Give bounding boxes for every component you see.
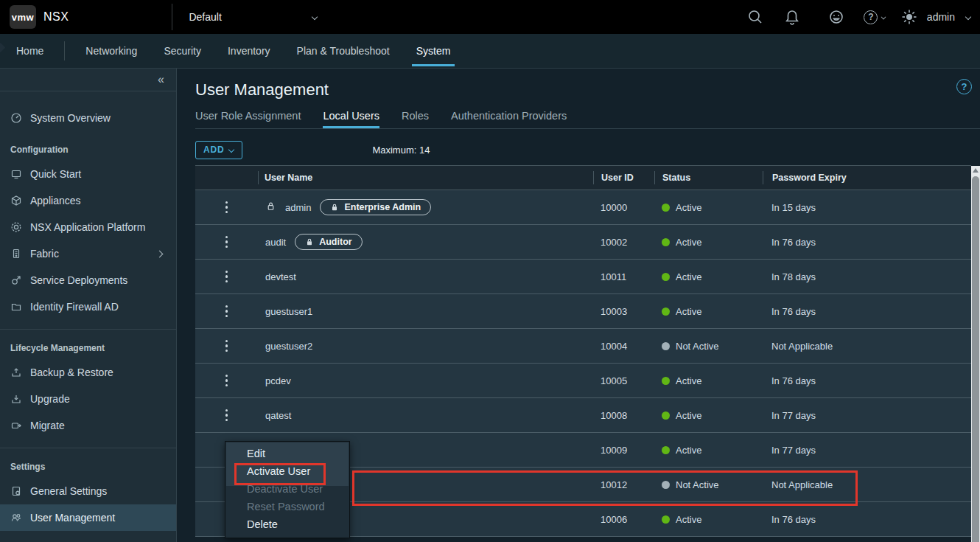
sidebar-item-label: Fabric [30,248,59,260]
sidebar-item-backup-restore[interactable]: Backup & Restore [0,359,176,386]
feedback-button[interactable] [818,9,855,25]
table-row[interactable]: qatest 10008 Active In 77 days [195,398,971,433]
project-selector-value: Default [189,11,221,23]
row-actions-kebab-icon[interactable] [220,233,234,251]
password-expiry: In 76 days [763,514,971,525]
sidebar-item-label: Upgrade [30,393,70,405]
table-row[interactable]: pcdev 10005 Active In 76 days [195,364,971,398]
sidebar-item-appliances[interactable]: Appliances [0,187,176,214]
sidebar-item-service-deployments[interactable]: Service Deployments [0,267,176,293]
vmware-logo: vmw [10,5,36,29]
vertical-scrollbar[interactable] [971,166,980,542]
password-expiry: Not Applicable [763,341,971,352]
sidebar-item-label: Backup & Restore [30,366,113,378]
column-header-status[interactable]: Status [654,171,763,184]
row-actions-kebab-icon[interactable] [220,406,234,425]
status-dot [662,377,670,385]
search-button[interactable] [737,9,774,25]
row-actions-kebab-icon[interactable] [220,337,234,355]
status-dot [662,342,670,350]
page-help-icon[interactable]: ? [956,79,972,94]
rings-icon [10,221,22,233]
deploy-icon [10,274,22,286]
status-dot [662,273,670,281]
theme-toggle-button[interactable] [896,8,923,26]
tab-user-role-assignment[interactable]: User Role Assignment [195,110,301,128]
table-row[interactable]: audit Auditor 10002 Active In 76 days [195,225,971,260]
table-row[interactable]: guestuser2 10004 Not Active Not Applicab… [195,329,971,364]
column-header-password-expiry[interactable]: Password Expiry [763,171,971,184]
row-actions-kebab-icon[interactable] [220,302,234,321]
sidebar-item-label: Identity Firewall AD [30,301,119,313]
user-id: 10008 [593,410,654,421]
status-label: Active [676,237,701,248]
tab-roles[interactable]: Roles [402,110,429,128]
server-icon [10,248,22,260]
migrate-icon [10,420,22,431]
page-title: User Management [177,69,980,100]
sidebar-item-upgrade[interactable]: Upgrade [0,386,176,412]
password-expiry: In 76 days [763,237,971,248]
folder-icon [10,301,22,313]
password-expiry: Not Applicable [763,479,971,490]
row-actions-kebab-icon[interactable] [220,268,234,286]
sidebar-item-label: NSX Application Platform [30,221,145,233]
column-header-user-id[interactable]: User ID [593,171,654,184]
notifications-button[interactable] [774,9,811,25]
user-name: guestuser1 [265,306,312,317]
user-id: 10009 [593,445,654,456]
sidebar-item-label: System Overview [30,112,111,124]
row-actions-kebab-icon[interactable] [220,198,234,217]
menu-item-activate-user[interactable]: Activate User [225,462,349,480]
menu-item-delete[interactable]: Delete [225,515,349,533]
sidebar-section-lifecycle: Lifecycle Management [0,330,176,359]
table-row[interactable]: admin Enterprise Admin 10000 Active In 1… [195,190,971,225]
sidebar-section-configuration: Configuration [0,131,176,161]
table-header-row: User Name User ID Status Password Expiry [195,165,971,190]
row-actions-kebab-icon[interactable] [220,372,234,390]
add-user-button[interactable]: ADD [195,141,242,159]
sidebar-item-fabric[interactable]: Fabric [0,240,176,267]
sidebar-item-quick-start[interactable]: Quick Start [0,161,176,187]
sidebar-item-identity-firewall-ad[interactable]: Identity Firewall AD [0,293,176,320]
sidebar-item-general-settings[interactable]: General Settings [0,478,176,504]
sidebar-item-user-management[interactable]: User Management [0,504,176,531]
nav-item-inventory[interactable]: Inventory [223,34,275,68]
table-row[interactable]: devtest 10011 Active In 78 days [195,260,971,294]
sidebar-item-migrate[interactable]: Migrate [0,412,176,439]
tab-authentication-providers[interactable]: Authentication Providers [451,110,567,128]
table-row[interactable]: guestuser1 10003 Active In 76 days [195,294,971,329]
theme-sun-icon [900,8,918,26]
nav-divider [64,41,65,60]
sidebar-item-nsx-application-platform[interactable]: NSX Application Platform [0,214,176,240]
tab-local-users[interactable]: Local Users [323,110,379,128]
display-icon [10,168,22,180]
sidebar-section-settings: Settings [0,448,176,478]
project-selector-dropdown[interactable]: Default [189,11,318,23]
user-id: 10012 [593,479,654,490]
nav-item-networking[interactable]: Networking [81,34,141,68]
tabs-divider [195,128,980,129]
column-header-user-name[interactable]: User Name [258,171,593,184]
sidebar-item-system-overview[interactable]: System Overview [0,105,176,131]
menu-item-edit[interactable]: Edit [225,445,349,462]
nav-item-home[interactable]: Home [12,34,48,68]
nav-item-plan-troubleshoot[interactable]: Plan & Troubleshoot [293,34,394,68]
lock-icon [265,201,276,214]
scroll-up-arrow-icon[interactable] [973,168,979,173]
user-id: 10006 [593,514,654,525]
role-badge-label: Auditor [319,237,351,247]
user-id: 10004 [593,341,654,352]
user-name: devtest [265,271,296,282]
help-menu-button[interactable]: ? [855,10,896,24]
status-dot [662,238,670,246]
status-label: Active [676,202,701,213]
nav-item-system[interactable]: System [412,34,455,68]
sidebar-collapse-row: « [0,69,176,91]
user-menu-chevron-icon[interactable] [965,14,971,20]
collapse-sidebar-icon[interactable]: « [158,73,164,86]
scrollbar-thumb[interactable] [972,176,979,542]
nav-item-security[interactable]: Security [159,34,206,68]
user-name: admin [285,202,311,213]
role-badge-label: Enterprise Admin [344,202,421,212]
